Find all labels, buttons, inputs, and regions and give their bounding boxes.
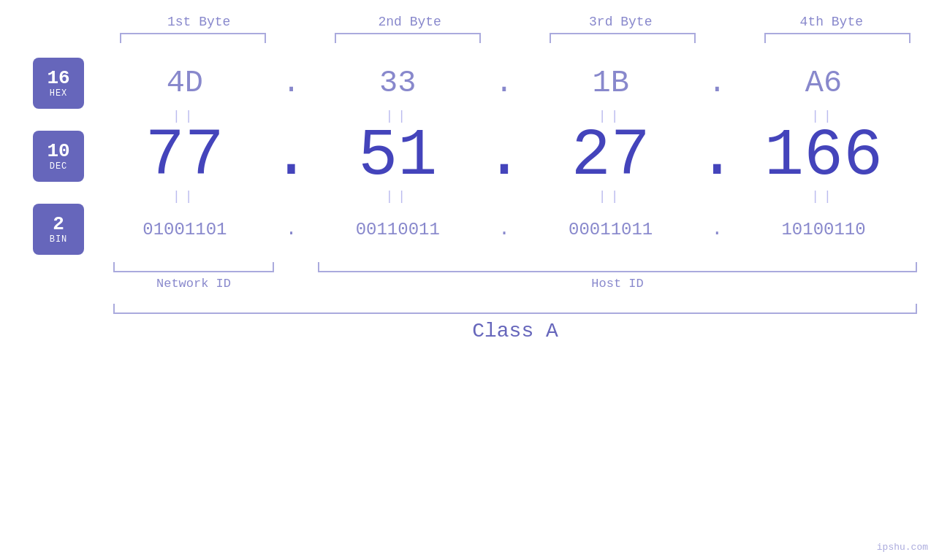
eq-7: || (531, 189, 691, 204)
dec-badge-label: DEC (50, 161, 68, 172)
id-labels: Network ID Host ID (113, 277, 917, 291)
dec-row-group: 10 DEC 77 . 51 . 27 . 166 (0, 123, 939, 189)
class-label: Class A (113, 320, 917, 342)
hex-values-row: 4D . 33 . 1B . A6 (102, 66, 906, 101)
bin-sep-3: . (695, 218, 739, 240)
hex-sep-3: . (695, 66, 739, 101)
bin-badge-label: BIN (50, 234, 68, 245)
top-bracket-2 (335, 33, 481, 43)
class-bracket (113, 304, 917, 314)
network-id-bracket (113, 262, 274, 272)
bin-values-row: 01001101 . 00110011 . 00011011 . 1010011… (102, 218, 906, 240)
eq-6: || (317, 189, 478, 204)
eq-8: || (743, 189, 904, 204)
host-id-bracket (318, 262, 917, 272)
top-bracket-1 (120, 33, 266, 43)
hex-badge-slot: 16 HEX (0, 58, 102, 109)
bin-val-4: 10100110 (743, 220, 904, 239)
eq-5: || (104, 189, 265, 204)
byte1-header: 1st Byte (118, 15, 279, 29)
hex-val-3: 1B (531, 66, 691, 101)
hex-row-group: 16 HEX 4D . 33 . 1B . A6 (0, 58, 939, 109)
bin-sep-2: . (482, 218, 526, 240)
host-id-label: Host ID (318, 277, 917, 291)
dec-sep-1: . (270, 123, 313, 189)
hex-badge: 16 HEX (33, 58, 84, 109)
top-bracket-4 (764, 33, 911, 43)
bin-val-2: 00110011 (317, 220, 478, 239)
dec-val-3: 27 (531, 123, 691, 189)
hex-badge-label: HEX (50, 88, 68, 99)
top-brackets (113, 33, 917, 43)
bin-sep-1: . (270, 218, 313, 240)
dec-val-2: 51 (317, 123, 478, 189)
dec-badge: 10 DEC (33, 131, 84, 182)
bin-badge: 2 BIN (33, 204, 84, 255)
dec-sep-2: . (482, 123, 526, 189)
byte3-header: 3rd Byte (540, 15, 701, 29)
equals-row-2: || || || || (0, 189, 939, 204)
hex-badge-number: 16 (47, 68, 69, 89)
bin-badge-number: 2 (53, 214, 64, 235)
bin-val-1: 01001101 (104, 220, 265, 239)
watermark: ipshu.com (877, 542, 928, 553)
hex-val-4: A6 (743, 66, 904, 101)
bin-badge-slot: 2 BIN (0, 204, 102, 255)
byte4-header: 4th Byte (751, 15, 912, 29)
dec-val-1: 77 (104, 123, 265, 189)
bottom-brackets (113, 262, 917, 272)
dec-values-row: 77 . 51 . 27 . 166 (102, 123, 906, 189)
network-id-label: Network ID (113, 277, 274, 291)
dec-sep-3: . (695, 123, 739, 189)
class-bracket-area: Class A (113, 304, 917, 342)
page-layout: 1st Byte 2nd Byte 3rd Byte 4th Byte 16 H… (0, 0, 939, 560)
bin-val-3: 00011011 (531, 220, 691, 239)
byte-headers: 1st Byte 2nd Byte 3rd Byte 4th Byte (113, 15, 917, 29)
eq-vals-2: || || || || (102, 189, 906, 204)
hex-sep-2: . (482, 66, 526, 101)
hex-sep-1: . (270, 66, 313, 101)
dec-badge-slot: 10 DEC (0, 131, 102, 182)
top-bracket-3 (550, 33, 696, 43)
byte2-header: 2nd Byte (330, 15, 490, 29)
hex-val-2: 33 (317, 66, 478, 101)
dec-val-4: 166 (743, 123, 904, 189)
hex-val-1: 4D (104, 66, 265, 101)
bin-row-group: 2 BIN 01001101 . 00110011 . 00011011 . 1… (0, 204, 939, 255)
dec-badge-number: 10 (47, 141, 69, 162)
